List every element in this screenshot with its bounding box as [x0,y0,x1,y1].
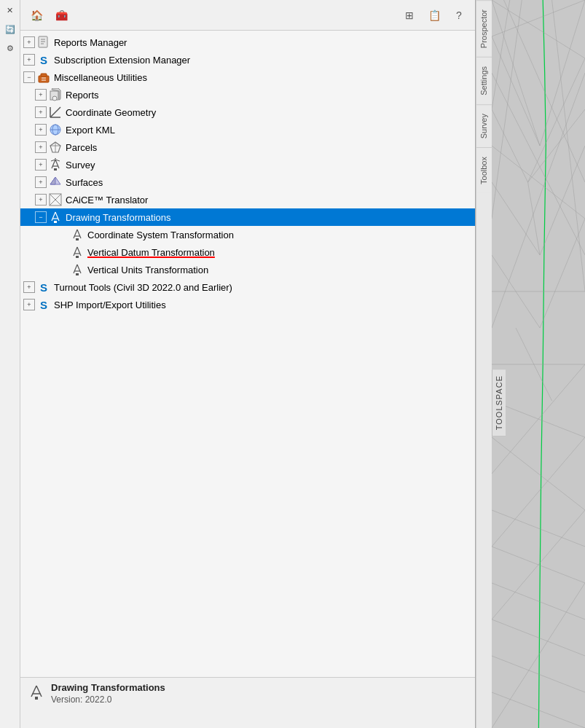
label-coordinate-geometry: Coordinate Geometry [66,107,472,118]
svg-rect-51 [492,0,585,728]
tree-item-coord-system-transform[interactable]: Coordinate System Transformation [20,226,475,243]
svg-marker-27 [50,177,55,184]
home-icon[interactable]: 🏠 [26,5,47,26]
icon-vertical-units-transform [70,262,85,277]
label-drawing-transformations: Drawing Transformations [66,212,472,223]
icon-reports-manager [36,35,51,50]
icon-parcels [48,140,63,154]
expander-turnout-tools[interactable]: + [23,281,35,293]
settings-button[interactable]: ⚙ [3,41,17,55]
svg-line-36 [77,230,81,238]
label-caice: CAiCE™ Translator [66,195,472,206]
svg-rect-34 [54,221,57,223]
cad-background: TOOLSPACE [492,0,585,728]
svg-line-39 [74,247,77,256]
label-subscription: Subscription Extension Manager [54,55,472,66]
icon-coordinate-geometry [48,105,63,120]
help-icon[interactable]: ? [449,5,469,26]
grid-icon[interactable]: ⊞ [399,5,420,26]
label-export-kml: Export KML [66,125,472,136]
icon-reports [48,87,63,102]
label-reports-manager: Reports Manager [54,37,472,48]
tree-item-reports[interactable]: + Reports [20,86,475,103]
status-version: Version: 2022.0 [51,694,165,705]
tree-item-survey[interactable]: + Survey [20,156,475,173]
icon-export-kml [48,122,63,137]
icon-drawing-transformations [48,210,63,224]
pin-button[interactable]: 🔄 [3,22,17,36]
status-bar: Drawing Transformations Version: 2022.0 [20,677,475,728]
svg-line-44 [77,265,81,273]
tree-item-coordinate-geometry[interactable]: + Coordinate Geometry [20,103,475,121]
expander-subscription[interactable]: + [23,54,35,66]
svg-line-47 [31,686,36,697]
svg-rect-38 [76,238,79,240]
expander-coordinate-geometry[interactable]: + [35,106,47,118]
svg-line-32 [55,212,59,221]
tree-item-export-kml[interactable]: + Export KML [20,121,475,138]
svg-rect-42 [76,256,79,258]
tree-item-caice[interactable]: + CAiCE™ Translator [20,191,475,208]
expander-survey[interactable]: + [35,159,47,171]
icon-vertical-datum-transform [70,245,85,259]
svg-rect-22 [54,168,57,171]
tree-item-parcels[interactable]: + Parcels [20,138,475,156]
label-reports: Reports [66,90,472,101]
icon-surfaces [48,175,63,189]
tree-item-reports-manager[interactable]: + Reports Manager [20,34,475,51]
tree-item-drawing-transformations[interactable]: − Drawing Transformations [20,208,475,226]
svg-line-40 [77,247,81,256]
expander-reports[interactable]: + [35,89,47,101]
label-parcels: Parcels [66,142,472,153]
tab-settings[interactable]: Settings [476,57,492,104]
svg-line-48 [36,686,42,697]
icon-subscription: S [36,52,51,67]
list-icon[interactable]: 📋 [424,5,444,26]
tab-toolbox[interactable]: Toolbox [476,147,492,193]
toolspace-label: TOOLSPACE [492,369,506,437]
tree-item-surfaces[interactable]: + Surfaces [20,173,475,191]
tab-prospector[interactable]: Prospector [476,0,492,57]
svg-line-31 [52,212,55,221]
icon-coord-system-transform [70,227,85,242]
expander-drawing-transformations[interactable]: − [35,211,47,223]
icon-turnout-tools: S [36,280,51,294]
icon-caice [48,192,63,207]
label-vertical-datum-transform: Vertical Datum Transformation [87,247,472,258]
expander-export-kml[interactable]: + [35,124,47,136]
tab-survey[interactable]: Survey [476,104,492,147]
expander-surfaces[interactable]: + [35,176,47,188]
tree-item-misc-utilities[interactable]: − Miscellaneous Utilities [20,69,475,86]
panel-toolbar: 🏠 🧰 ⊞ 📋 ? [20,0,475,31]
svg-rect-46 [76,273,79,275]
tree-item-shp[interactable]: + S SHP Import/Export Utilities [20,296,475,313]
tree-item-vertical-units-transform[interactable]: Vertical Units Transformation [20,261,475,278]
placeholder-coord-system [58,229,70,240]
left-toolbar: ✕ 🔄 ⚙ [0,0,20,728]
expander-parcels[interactable]: + [35,141,47,153]
svg-line-10 [50,107,60,117]
expander-caice[interactable]: + [35,194,47,206]
expander-shp[interactable]: + [23,299,35,310]
expander-reports-manager[interactable]: + [23,36,35,48]
svg-point-9 [52,96,57,101]
tree-item-subscription[interactable]: + S Subscription Extension Manager [20,51,475,69]
label-vertical-units-transform: Vertical Units Transformation [87,265,472,275]
status-text: Drawing Transformations Version: 2022.0 [51,682,165,705]
expander-misc-utilities[interactable]: − [23,71,35,83]
toolbox-panel: 🏠 🧰 ⊞ 📋 ? + Reports Manager + S Subscrip… [20,0,476,728]
icon-shp: S [36,297,51,312]
tree-item-vertical-datum-transform[interactable]: Vertical Datum Transformation [20,243,475,261]
label-coord-system-transform: Coordinate System Transformation [87,230,472,240]
label-shp: SHP Import/Export Utilities [54,300,472,310]
tree-area: + Reports Manager + S Subscription Exten… [20,31,475,677]
icon-misc-utilities [36,70,51,85]
label-surfaces: Surfaces [66,177,472,188]
svg-rect-5 [41,74,47,77]
status-title: Drawing Transformations [51,682,165,693]
label-survey: Survey [66,160,472,171]
toolbox-icon[interactable]: 🧰 [51,5,71,26]
cad-mesh [492,0,585,728]
close-button[interactable]: ✕ [3,3,17,17]
tree-item-turnout-tools[interactable]: + S Turnout Tools (Civil 3D 2022.0 and E… [20,278,475,296]
